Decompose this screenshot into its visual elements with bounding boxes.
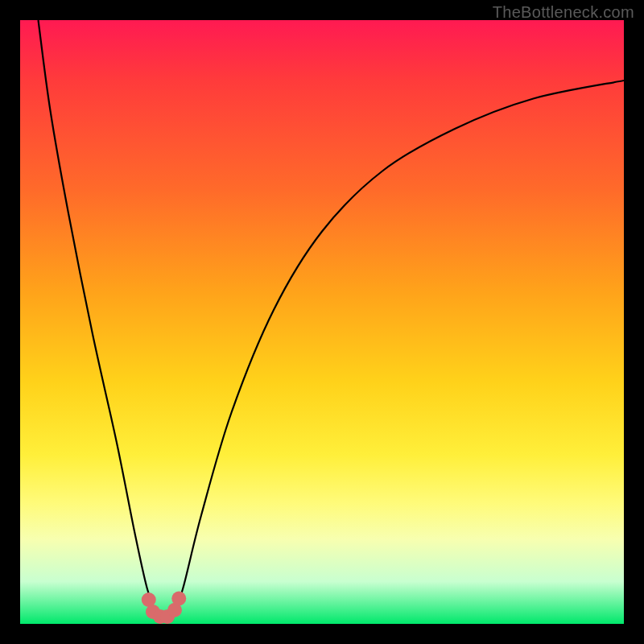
bottleneck-curve xyxy=(39,20,625,618)
plot-area xyxy=(20,20,624,624)
chart-frame: TheBottleneck.com xyxy=(0,0,644,644)
minimum-marker xyxy=(171,592,186,606)
watermark-text: TheBottleneck.com xyxy=(493,3,634,22)
minimum-markers xyxy=(142,592,187,625)
curve-layer xyxy=(20,20,624,624)
